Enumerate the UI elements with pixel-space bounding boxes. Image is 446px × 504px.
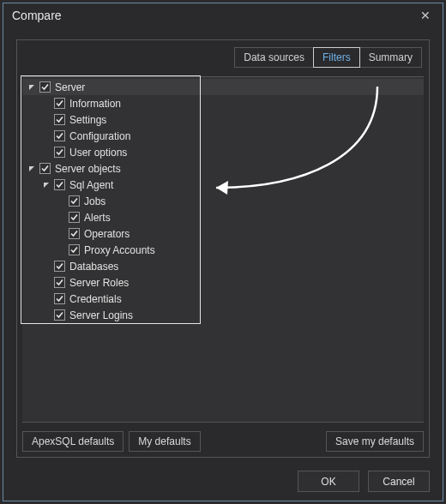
tree-toggle-spacer	[57, 197, 65, 206]
tree-item-label: Server Roles	[69, 277, 129, 289]
tree-checkbox[interactable]	[54, 293, 65, 304]
tree-item[interactable]: Server Roles	[22, 274, 424, 291]
tree-checkbox[interactable]	[69, 195, 80, 207]
tree-checkbox[interactable]	[54, 147, 65, 158]
tab-filters[interactable]: Filters	[313, 47, 360, 68]
tree-checkbox[interactable]	[54, 261, 65, 272]
cancel-button[interactable]: Cancel	[368, 471, 430, 492]
tree-item[interactable]: Credentials	[22, 291, 424, 307]
tab-strip: Data sourcesFiltersSummary	[17, 40, 429, 73]
tree-item-label: Proxy Accounts	[84, 244, 155, 256]
tree-checkbox[interactable]	[39, 81, 51, 93]
tree-item[interactable]: Information	[22, 95, 424, 111]
tree-expand-icon[interactable]	[42, 181, 51, 189]
tab-data-sources[interactable]: Data sources	[234, 47, 314, 68]
tree-item-label: Alerts	[84, 212, 111, 224]
tree-checkbox[interactable]	[54, 98, 65, 109]
tree-item[interactable]: Sql Agent	[22, 177, 424, 193]
tree-toggle-spacer	[42, 295, 51, 303]
titlebar: Compare ✕	[3, 3, 443, 27]
tree-item-label: Jobs	[84, 195, 105, 207]
tree-item[interactable]: Server	[22, 79, 424, 95]
tree-item-label: Configuration	[69, 130, 130, 142]
tree-item-label: Server objects	[55, 163, 121, 175]
dialog-footer: OK Cancel	[3, 471, 430, 492]
filter-tree: ServerInformationSettingsConfigurationUs…	[22, 79, 424, 323]
tree-checkbox[interactable]	[54, 179, 65, 190]
tree-item-label: Operators	[84, 228, 130, 240]
tree-item-label: Server Logins	[69, 309, 133, 321]
tree-toggle-spacer	[42, 262, 51, 271]
tree-checkbox[interactable]	[69, 244, 80, 255]
tree-item-label: Sql Agent	[69, 179, 113, 191]
tree-item-label: Server	[55, 81, 85, 93]
tree-item[interactable]: Databases	[22, 258, 424, 274]
tree-item[interactable]: Proxy Accounts	[22, 242, 424, 258]
filter-tree-panel: ServerInformationSettingsConfigurationUs…	[22, 76, 424, 423]
tree-toggle-spacer	[42, 116, 51, 124]
tree-toggle-spacer	[42, 311, 51, 320]
tree-item[interactable]: Operators	[22, 225, 424, 242]
tree-toggle-spacer	[57, 230, 65, 238]
tree-item-label: Information	[69, 98, 121, 110]
tree-item-label: Settings	[69, 114, 106, 126]
window-title: Compare	[12, 9, 62, 22]
tree-item[interactable]: Server objects	[22, 160, 424, 177]
tree-toggle-spacer	[42, 132, 51, 141]
tree-toggle-spacer	[57, 246, 65, 255]
tree-item-label: Databases	[69, 261, 118, 273]
tree-checkbox[interactable]	[54, 309, 65, 321]
tree-toggle-spacer	[57, 213, 65, 222]
tab-summary[interactable]: Summary	[359, 47, 422, 68]
tree-checkbox[interactable]	[54, 114, 65, 125]
tree-toggle-spacer	[42, 148, 51, 157]
tree-toggle-spacer	[42, 99, 51, 108]
tree-item[interactable]: User options	[22, 144, 424, 160]
tree-toggle-spacer	[42, 279, 51, 287]
tree-checkbox[interactable]	[39, 163, 51, 174]
tree-expand-icon[interactable]	[27, 165, 36, 173]
my-defaults-button[interactable]: My defaults	[129, 431, 200, 452]
tree-item-label: User options	[69, 147, 127, 159]
tree-checkbox[interactable]	[69, 228, 80, 239]
tree-checkbox[interactable]	[54, 277, 65, 288]
tree-item[interactable]: Server Logins	[22, 307, 424, 323]
tree-item-label: Credentials	[69, 293, 122, 305]
tree-item[interactable]: Settings	[22, 111, 424, 128]
dialog-window: Compare ✕ Data sourcesFiltersSummary Ser…	[3, 3, 443, 501]
tree-item[interactable]: Jobs	[22, 193, 424, 209]
dialog-body: Data sourcesFiltersSummary ServerInforma…	[16, 39, 430, 458]
tree-item[interactable]: Configuration	[22, 128, 424, 144]
ok-button[interactable]: OK	[298, 471, 359, 492]
close-icon[interactable]: ✕	[415, 7, 436, 24]
tree-item[interactable]: Alerts	[22, 209, 424, 225]
defaults-button-row: ApexSQL defaults My defaults Save my def…	[22, 431, 424, 452]
save-my-defaults-button[interactable]: Save my defaults	[326, 431, 424, 452]
tree-checkbox[interactable]	[69, 212, 80, 223]
tree-checkbox[interactable]	[54, 130, 65, 141]
tree-expand-icon[interactable]	[27, 83, 36, 92]
apexsql-defaults-button[interactable]: ApexSQL defaults	[22, 431, 124, 452]
